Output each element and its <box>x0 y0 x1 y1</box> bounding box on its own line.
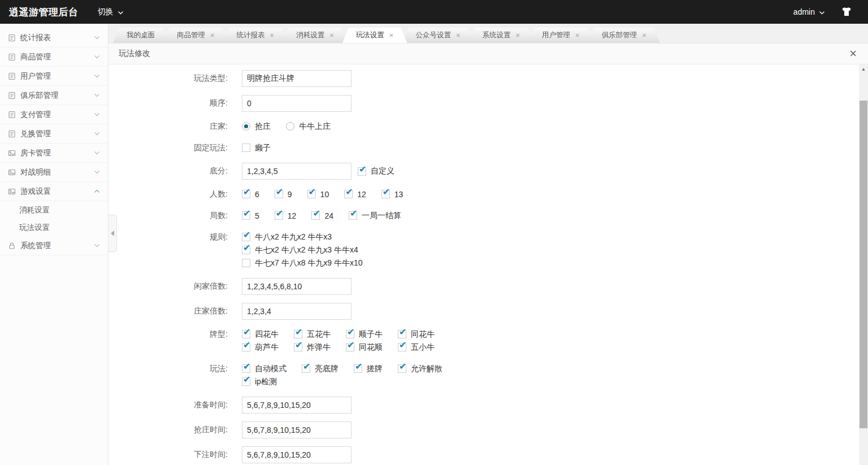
tab[interactable]: 系统设置× <box>468 28 533 43</box>
checkbox-option[interactable]: ✔四花牛 <box>242 329 279 340</box>
base-score-input[interactable] <box>242 163 351 180</box>
sidebar-collapse-handle[interactable] <box>108 215 117 252</box>
checkbox-option[interactable]: ✔24 <box>311 211 333 220</box>
bet-time-input[interactable] <box>242 446 351 463</box>
checkbox[interactable] <box>242 144 250 152</box>
checkbox-option[interactable]: ✔五小牛 <box>398 342 435 353</box>
sidebar-item[interactable]: 统计报表 <box>0 28 108 47</box>
checkbox-option[interactable]: ✔6 <box>242 190 259 199</box>
checkbox[interactable]: ✔ <box>242 330 250 338</box>
user-menu[interactable]: admin <box>793 7 825 16</box>
close-icon[interactable]: × <box>210 32 215 39</box>
checkbox[interactable]: ✔ <box>242 343 250 351</box>
close-icon[interactable]: × <box>515 32 520 39</box>
sidebar-subitem[interactable]: 玩法设置 <box>0 219 108 236</box>
switch-menu[interactable]: 切换 <box>98 7 124 17</box>
sidebar-item[interactable]: 兑换管理 <box>0 124 108 144</box>
checkbox-option[interactable]: ✔9 <box>275 190 292 199</box>
checkbox[interactable]: ✔ <box>346 330 354 338</box>
checkbox-option[interactable]: ✔五花牛 <box>294 329 331 340</box>
checkbox[interactable]: ✔ <box>311 211 320 220</box>
tab[interactable]: 商品管理× <box>163 28 228 43</box>
scrollbar-thumb[interactable] <box>860 101 867 428</box>
checkbox[interactable]: ✔ <box>275 190 283 198</box>
checkbox[interactable]: ✔ <box>294 330 302 338</box>
banker-multiplier-input[interactable] <box>242 303 351 320</box>
close-icon[interactable]: × <box>849 47 857 60</box>
radio-option[interactable]: 牛牛上庄 <box>286 121 331 132</box>
checkbox-option[interactable]: 牛七x7 牛八x8 牛九x9 牛牛x10 <box>242 258 363 268</box>
player-multiplier-input[interactable] <box>242 278 351 295</box>
checkbox[interactable]: ✔ <box>242 190 250 198</box>
sidebar-subitem[interactable]: 消耗设置 <box>0 201 108 219</box>
close-icon[interactable]: × <box>642 32 646 39</box>
theme-tshirt-icon[interactable] <box>841 7 852 17</box>
checkbox[interactable]: ✔ <box>242 211 250 220</box>
checkbox[interactable]: ✔ <box>349 211 357 220</box>
checkbox[interactable]: ✔ <box>242 246 250 254</box>
checkbox[interactable]: ✔ <box>354 364 362 373</box>
checkbox-option[interactable]: ✔炸弹牛 <box>294 342 331 353</box>
tab[interactable]: 俱乐部管理× <box>588 28 660 43</box>
order-input[interactable] <box>242 95 351 112</box>
checkbox[interactable]: ✔ <box>358 167 366 176</box>
checkbox[interactable]: ✔ <box>381 190 390 198</box>
checkbox-option[interactable]: ✔12 <box>344 190 366 199</box>
checkbox-option[interactable]: 癞子 <box>242 143 271 153</box>
checkbox[interactable]: ✔ <box>275 211 283 220</box>
checkbox-option[interactable]: ✔自动模式 <box>242 364 287 374</box>
sidebar-item[interactable]: 商品管理 <box>0 47 108 67</box>
ready-time-input[interactable] <box>242 397 351 414</box>
close-icon[interactable]: × <box>575 32 580 39</box>
checkbox[interactable]: ✔ <box>344 190 353 198</box>
checkbox-option[interactable]: ✔搓牌 <box>354 364 383 374</box>
scroll-up-icon[interactable]: ▲ <box>859 64 868 73</box>
tab[interactable]: 玩法设置× <box>342 28 407 43</box>
tab[interactable]: 公众号设置× <box>402 28 474 43</box>
checkbox-option[interactable]: ✔顺子牛 <box>346 329 383 340</box>
checkbox[interactable]: ✔ <box>294 343 302 351</box>
checkbox-option[interactable]: ✔牛七x2 牛八x2 牛九x3 牛牛x4 <box>242 245 358 255</box>
sidebar-item[interactable]: 对战明细 <box>0 163 108 182</box>
tab[interactable]: 我的桌面 <box>113 28 168 43</box>
checkbox[interactable]: ✔ <box>307 190 316 198</box>
checkbox-option[interactable]: ✔10 <box>307 190 329 199</box>
checkbox-option[interactable]: ✔5 <box>242 211 259 220</box>
sidebar-item[interactable]: 系统管理 <box>0 236 108 255</box>
close-icon[interactable]: × <box>389 32 394 39</box>
checkbox-option[interactable]: ✔葫芦牛 <box>242 342 279 353</box>
sidebar-item[interactable]: 房卡管理 <box>0 144 108 163</box>
grab-time-input[interactable] <box>242 421 351 438</box>
sidebar-item[interactable]: 用户管理 <box>0 67 108 86</box>
play-type-input[interactable] <box>242 70 351 87</box>
checkbox[interactable]: ✔ <box>398 343 406 351</box>
checkbox-option[interactable]: ✔ip检测 <box>242 377 277 387</box>
sidebar-item[interactable]: 游戏设置 <box>0 182 108 201</box>
checkbox[interactable]: ✔ <box>346 343 354 351</box>
checkbox[interactable]: ✔ <box>242 377 250 386</box>
checkbox[interactable]: ✔ <box>398 330 406 338</box>
checkbox[interactable]: ✔ <box>242 233 250 241</box>
checkbox-option[interactable]: ✔12 <box>275 211 297 220</box>
checkbox-option[interactable]: ✔牛八x2 牛九x2 牛牛x3 <box>242 232 332 242</box>
checkbox-option[interactable]: ✔一局一结算 <box>349 211 401 221</box>
sidebar-item[interactable]: 俱乐部管理 <box>0 86 108 105</box>
radio-option[interactable]: 抢庄 <box>242 121 271 132</box>
checkbox-option[interactable]: ✔同花顺 <box>346 342 383 353</box>
tab[interactable]: 消耗设置× <box>283 28 348 43</box>
tab[interactable]: 用户管理× <box>528 28 593 43</box>
sidebar-item[interactable]: 支付管理 <box>0 105 108 124</box>
tab[interactable]: 统计报表× <box>223 28 288 43</box>
checkbox-option[interactable]: ✔自定义 <box>358 166 394 176</box>
checkbox[interactable]: ✔ <box>398 364 406 373</box>
close-icon[interactable]: × <box>456 32 461 39</box>
checkbox-option[interactable]: ✔亮底牌 <box>302 364 338 374</box>
checkbox[interactable] <box>242 259 250 267</box>
close-icon[interactable]: × <box>270 32 275 39</box>
checkbox[interactable]: ✔ <box>302 364 310 373</box>
radio[interactable] <box>286 122 294 131</box>
checkbox[interactable]: ✔ <box>242 364 250 373</box>
scrollbar[interactable]: ▲ <box>859 64 868 465</box>
radio[interactable] <box>242 122 250 131</box>
checkbox-option[interactable]: ✔13 <box>381 190 403 199</box>
